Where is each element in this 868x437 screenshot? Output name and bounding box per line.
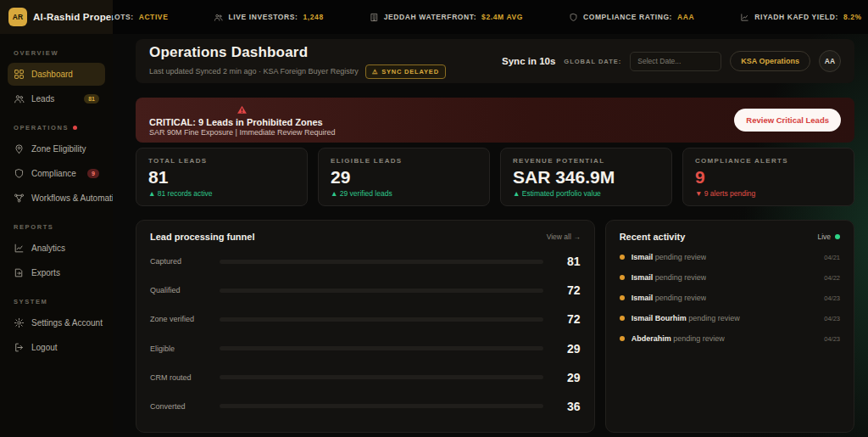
sidebar-item-leads[interactable]: Leads 81 bbox=[8, 87, 105, 110]
funnel-row: CRM routed 29 bbox=[150, 371, 581, 384]
funnel-value: 29 bbox=[552, 342, 581, 356]
activity-list-item[interactable]: Abderahim pending review 04/23 bbox=[620, 328, 840, 349]
sidebar-item-label: Workflows & Automation bbox=[31, 193, 123, 203]
funnel-bar-track bbox=[220, 346, 543, 350]
activity-lead-name: Abderahim bbox=[632, 334, 671, 343]
ticker-value: AAA bbox=[677, 13, 694, 21]
funnel-row: Qualified 72 bbox=[150, 283, 581, 297]
ticker-item: NEOM PLOTS: ACTIVE bbox=[113, 13, 168, 22]
workflow-icon bbox=[14, 193, 25, 204]
sidebar-badge: 81 bbox=[84, 94, 99, 104]
alert-dot-icon bbox=[73, 126, 77, 130]
live-indicator: Live bbox=[817, 233, 840, 241]
activity-list-item[interactable]: Ismail Bourhim pending review 04/23 bbox=[620, 308, 840, 328]
activity-lead-name: Ismail Bourhim bbox=[632, 314, 687, 322]
funnel-bar-track bbox=[220, 317, 543, 322]
stat-label: REVENUE POTENTIAL bbox=[513, 157, 659, 165]
funnel-stage-label: CRM routed bbox=[150, 373, 211, 382]
activity-date: 04/22 bbox=[824, 274, 840, 282]
funnel-value: 36 bbox=[552, 400, 581, 413]
sidebar-item-workflows-automation[interactable]: Workflows & Automation bbox=[8, 187, 105, 210]
activity-lead-name: Ismail bbox=[632, 294, 654, 302]
activity-action: pending review bbox=[655, 294, 707, 302]
sync-delayed-badge: ⚠ SYNC DELAYED bbox=[365, 64, 446, 79]
alert-triangle-icon bbox=[149, 104, 335, 115]
sidebar-section-title: SYSTEM bbox=[14, 298, 99, 305]
view-all-link[interactable]: View all → bbox=[547, 233, 581, 241]
review-critical-leads-button[interactable]: Review Critical Leads bbox=[734, 109, 841, 132]
funnel-stage-label: Converted bbox=[150, 402, 211, 411]
sidebar-section-title: OVERVIEW bbox=[14, 49, 99, 57]
global-date-label: GLOBAL DATE: bbox=[564, 58, 621, 65]
ticker-item: COMPLIANCE RATING: AAA bbox=[569, 13, 694, 22]
critical-alert-banner: CRITICAL: 9 Leads in Prohibited Zones SA… bbox=[136, 98, 854, 143]
ticker-label: COMPLIANCE RATING: bbox=[583, 13, 672, 21]
sidebar-item-logout[interactable]: Logout bbox=[8, 336, 105, 359]
sidebar-item-settings-account[interactable]: Settings & Account bbox=[8, 311, 105, 334]
funnel-row: Zone verified 72 bbox=[150, 312, 581, 326]
activity-date: 04/23 bbox=[824, 335, 840, 343]
live-dot-icon bbox=[835, 234, 840, 239]
users-icon bbox=[14, 93, 25, 104]
sidebar-section: OVERVIEW Dashboard Leads 81 bbox=[8, 49, 105, 110]
ticker-item: LIVE INVESTORS: 1,248 bbox=[214, 13, 323, 22]
recent-activity-panel: Recent activity Live Ismail pending revi… bbox=[605, 220, 854, 433]
stat-label: COMPLIANCE ALERTS bbox=[695, 157, 842, 165]
gear-icon bbox=[14, 317, 25, 328]
ticker-value: ACTIVE bbox=[139, 13, 169, 21]
sidebar-item-label: Compliance bbox=[31, 169, 76, 178]
activity-list-item[interactable]: Ismail pending review 04/23 bbox=[620, 288, 840, 308]
ticker-item: RIYADH KAFD YIELD: 8.2% bbox=[740, 13, 861, 22]
brand-header: AR Al-Rashid Properties bbox=[0, 0, 113, 34]
sidebar-item-zone-eligibility[interactable]: Zone Eligibility bbox=[8, 137, 105, 160]
funnel-value: 72 bbox=[552, 283, 581, 297]
avatar[interactable]: AA bbox=[819, 50, 841, 72]
pending-dot-icon bbox=[620, 316, 625, 321]
ticker-item: JEDDAH WATERFRONT: $2.4M AVG bbox=[370, 13, 523, 22]
ticker-value: 1,248 bbox=[303, 13, 323, 21]
funnel-bar-track bbox=[220, 260, 543, 264]
sidebar-item-label: Dashboard bbox=[31, 70, 73, 79]
funnel-bar-track bbox=[220, 375, 543, 379]
funnel-panel: Lead processing funnel View all → Captur… bbox=[136, 220, 595, 433]
activity-list-item[interactable]: Ismail pending review 04/22 bbox=[620, 267, 840, 288]
funnel-row: Eligible 29 bbox=[150, 342, 581, 356]
stat-value: SAR 346.9M bbox=[513, 167, 659, 187]
activity-title: Recent activity bbox=[620, 232, 686, 242]
sidebar-item-exports[interactable]: Exports bbox=[8, 261, 105, 284]
ticker-label: JEDDAH WATERFRONT: bbox=[384, 13, 476, 21]
funnel-stage-label: Qualified bbox=[150, 286, 211, 294]
funnel-value: 72 bbox=[552, 312, 581, 326]
activity-lead-name: Ismail bbox=[632, 273, 654, 282]
date-picker-input[interactable] bbox=[630, 52, 721, 71]
pending-dot-icon bbox=[620, 255, 625, 260]
app-window: AR Al-Rashid Properties NEOM PLOTS: ACTI… bbox=[0, 0, 868, 437]
logout-icon bbox=[14, 342, 25, 353]
funnel-rows: Captured 81 Qualified 72 Zone verified 7… bbox=[150, 247, 581, 421]
ticker-label: RIYADH KAFD YIELD: bbox=[754, 13, 838, 21]
sidebar-item-analytics[interactable]: Analytics bbox=[8, 237, 105, 260]
building-icon bbox=[370, 13, 379, 22]
stat-note: ▲ 29 verified leads bbox=[331, 189, 477, 198]
stat-label: ELIGIBLE LEADS bbox=[331, 157, 477, 165]
sidebar-item-label: Settings & Account bbox=[31, 318, 103, 328]
sidebar-item-label: Exports bbox=[31, 268, 60, 277]
chart-icon bbox=[740, 13, 749, 22]
activity-date: 04/21 bbox=[824, 254, 840, 261]
ksa-operations-button[interactable]: KSA Operations bbox=[730, 51, 810, 71]
sync-countdown: Sync in 10s bbox=[502, 56, 555, 66]
stat-value: 29 bbox=[331, 167, 477, 187]
activity-list-item[interactable]: Ismail pending review 04/21 bbox=[620, 247, 840, 267]
funnel-bar-track bbox=[220, 404, 543, 408]
activity-date: 04/23 bbox=[824, 315, 840, 322]
market-ticker: NEOM PLOTS: ACTIVE LIVE INVESTORS: 1,248… bbox=[113, 0, 868, 34]
ticker-track: NEOM PLOTS: ACTIVE LIVE INVESTORS: 1,248… bbox=[113, 13, 868, 22]
funnel-value: 81 bbox=[552, 255, 581, 268]
activity-date: 04/23 bbox=[824, 294, 840, 302]
pending-dot-icon bbox=[620, 275, 625, 280]
stat-card: TOTAL LEADS 81 ▲ 81 records active bbox=[136, 148, 308, 206]
sidebar-item-compliance[interactable]: Compliance 9 bbox=[8, 162, 105, 185]
sidebar-item-dashboard[interactable]: Dashboard bbox=[8, 63, 105, 86]
pending-dot-icon bbox=[620, 295, 625, 300]
stat-card: REVENUE POTENTIAL SAR 346.9M ▲ Estimated… bbox=[500, 148, 672, 206]
